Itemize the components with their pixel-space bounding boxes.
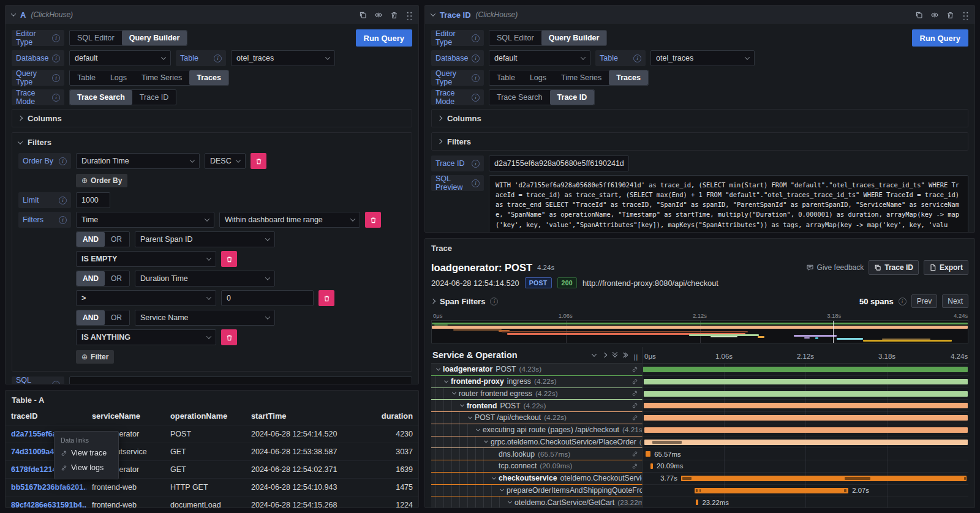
span-expand-chevron-icon[interactable] — [500, 487, 504, 492]
trace-mode-id[interactable]: Trace ID — [132, 90, 176, 105]
query-type-logs[interactable]: Logs — [522, 70, 554, 85]
and-option[interactable]: AND — [77, 271, 105, 286]
filter-time-field-select[interactable]: Time — [76, 212, 214, 228]
add-filter-button[interactable]: ⊕Filter — [76, 350, 114, 364]
span-expand-chevron-icon[interactable] — [460, 403, 464, 407]
view-logs-menu-item[interactable]: View logs — [55, 460, 118, 475]
trace-id-link[interactable]: bb5167b236bfa6201... — [6, 479, 86, 496]
trace-id-input[interactable]: d2a7155ef6a928a05680e5ff6190241d — [489, 155, 629, 171]
span-expand-chevron-icon[interactable] — [452, 391, 456, 395]
span-bar[interactable] — [650, 463, 653, 469]
span-name-cell[interactable]: router frontend egress(4.22s) — [431, 388, 643, 400]
trace-minimap[interactable]: 0μs1.06s2.12s3.18s4.24s — [431, 312, 968, 343]
trace-mode-id[interactable]: Trace ID — [550, 90, 595, 105]
filter-operator-select[interactable]: > — [76, 290, 216, 306]
trace-id-link[interactable]: 89cf4286e631591b4... — [6, 496, 86, 509]
delete-icon[interactable] — [946, 11, 954, 19]
database-select[interactable]: default — [489, 50, 590, 66]
span-bar[interactable] — [681, 476, 967, 481]
span-link-icon[interactable] — [629, 414, 642, 421]
and-option[interactable]: AND — [77, 232, 105, 247]
span-bar[interactable] — [644, 415, 968, 421]
limit-input[interactable]: 1000 — [76, 192, 110, 208]
drag-handle-icon[interactable] — [405, 10, 412, 20]
filters-section[interactable]: Filters — [431, 132, 968, 151]
span-expand-chevron-icon[interactable] — [476, 427, 480, 431]
column-header[interactable]: serviceName — [86, 407, 165, 425]
prev-span-button[interactable]: Prev — [911, 294, 938, 308]
span-name-cell[interactable]: executing api route (pages) /api/checkou… — [431, 424, 643, 436]
run-query-button[interactable]: Run Query — [912, 29, 968, 47]
span-expand-chevron-icon[interactable] — [484, 439, 488, 443]
collapse-one-icon[interactable] — [592, 351, 597, 356]
span-name-cell[interactable]: loadgeneratorPOST(4.23s) — [431, 364, 643, 376]
span-name-cell[interactable]: frontend-proxyingress(4.22s) — [431, 376, 643, 388]
span-name-cell[interactable]: prepareOrderItemsAndShippingQuoteFromCar… — [431, 485, 643, 497]
span-expand-chevron-icon[interactable] — [468, 414, 472, 419]
span-link-icon[interactable] — [629, 366, 642, 373]
query-builder-option[interactable]: Query Builder — [541, 31, 607, 45]
span-bar[interactable] — [644, 391, 968, 397]
column-header[interactable]: duration — [351, 407, 418, 425]
collapse-all-icon[interactable] — [613, 353, 617, 358]
column-header[interactable]: startTime — [246, 407, 351, 425]
span-expand-chevron-icon[interactable] — [444, 378, 448, 383]
columns-section[interactable]: Columns — [12, 109, 412, 127]
span-expand-chevron-icon[interactable] — [436, 366, 440, 370]
eye-icon[interactable] — [930, 11, 939, 19]
query-type-traces[interactable]: Traces — [189, 70, 228, 85]
remove-filter-button[interactable] — [221, 251, 237, 267]
chevron-right-icon[interactable] — [431, 299, 435, 304]
span-name-cell[interactable]: POST /api/checkout(4.22s) — [431, 412, 643, 424]
span-name-cell[interactable]: checkoutserviceoteldemo.CheckoutService/… — [431, 473, 643, 485]
columns-section[interactable]: Columns — [431, 109, 968, 127]
span-link-icon[interactable] — [629, 390, 642, 397]
view-trace-menu-item[interactable]: View trace — [55, 446, 118, 460]
span-link-icon[interactable] — [629, 451, 642, 457]
span-name-cell[interactable]: frontendPOST(4.22s) — [431, 400, 643, 412]
remove-order-by-button[interactable] — [251, 153, 266, 169]
drag-handle-icon[interactable] — [962, 10, 968, 20]
query-builder-option[interactable]: Query Builder — [122, 31, 187, 45]
export-button[interactable]: Export — [924, 260, 968, 275]
column-header[interactable]: operationName — [165, 407, 246, 425]
filter-time-operator-select[interactable]: Within dashboard time range — [219, 212, 360, 228]
span-link-icon[interactable] — [629, 463, 642, 470]
table-select[interactable]: otel_traces — [231, 50, 335, 66]
span-bar[interactable] — [644, 379, 968, 384]
remove-filter-button[interactable] — [318, 290, 334, 306]
span-bar[interactable] — [646, 451, 651, 457]
span-name-cell[interactable]: oteldemo.CartService/GetCart(23.22ms) — [431, 496, 643, 507]
eye-icon[interactable] — [374, 11, 383, 19]
duplicate-icon[interactable] — [359, 11, 367, 19]
query-type-traces[interactable]: Traces — [609, 70, 648, 85]
order-by-direction-select[interactable]: DESC — [205, 153, 246, 169]
filter-value-input[interactable]: 0 — [221, 290, 314, 306]
span-bar[interactable] — [695, 488, 848, 493]
filter-field-select[interactable]: Parent Span ID — [135, 231, 275, 247]
span-expand-chevron-icon[interactable] — [508, 500, 512, 504]
database-select[interactable]: default — [69, 50, 171, 66]
span-link-icon[interactable] — [629, 378, 642, 385]
add-order-by-button[interactable]: ⊕Order By — [76, 174, 127, 187]
query-type-table[interactable]: Table — [70, 70, 103, 85]
trace-mode-search[interactable]: Trace Search — [489, 90, 550, 105]
collapse-chevron-icon[interactable] — [431, 11, 435, 16]
span-link-icon[interactable] — [629, 402, 642, 409]
delete-icon[interactable] — [390, 11, 398, 19]
give-feedback-link[interactable]: Give feedback — [806, 263, 864, 272]
trace-mode-search[interactable]: Trace Search — [70, 90, 132, 105]
trace-id-button[interactable]: Trace ID — [869, 260, 919, 275]
span-filters-label[interactable]: Span Filters — [440, 297, 485, 306]
span-name-cell[interactable]: dns.lookup(65.57ms) — [431, 448, 643, 460]
or-option[interactable]: OR — [105, 271, 128, 286]
span-bar[interactable] — [696, 500, 698, 505]
collapse-chevron-icon[interactable] — [11, 11, 16, 16]
span-bar[interactable] — [643, 367, 968, 372]
column-resize-handle[interactable]: || — [634, 354, 638, 361]
expand-all-icon[interactable] — [624, 353, 627, 357]
table-select[interactable]: otel_traces — [650, 50, 755, 66]
or-option[interactable]: OR — [105, 310, 128, 325]
span-name-cell[interactable]: tcp.connect(20.09ms) — [431, 460, 643, 473]
minimap-canvas[interactable] — [431, 320, 968, 343]
